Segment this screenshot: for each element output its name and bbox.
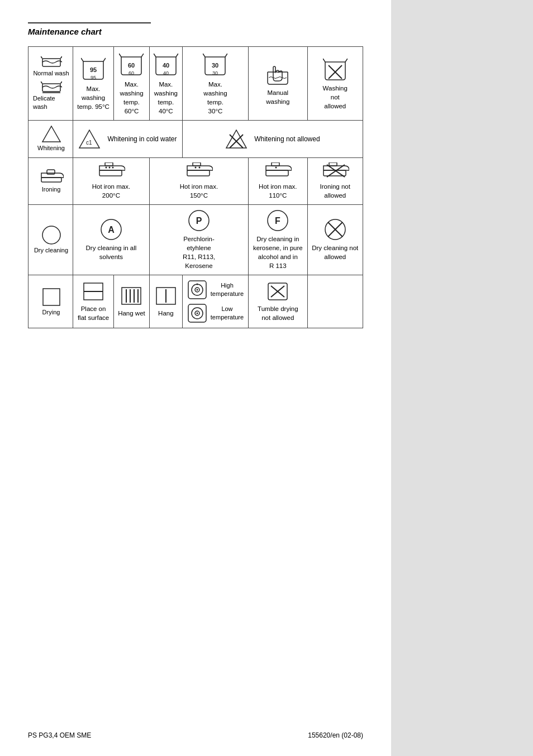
tumble-high-icon [187, 280, 207, 300]
svg-point-43 [105, 166, 107, 168]
washing-label: Normal wash Delicate wash [28, 47, 73, 121]
svg-point-85 [196, 313, 198, 314]
svg-line-19 [176, 54, 178, 57]
svg-text:40: 40 [163, 70, 169, 76]
whitening-c1-icon: c1 [78, 129, 101, 149]
svg-text:60: 60 [128, 62, 135, 69]
iron-not-allowed-cell: Ironing notallowed [307, 157, 363, 204]
svg-point-44 [108, 166, 110, 168]
dc-p-cell: P Perchlorin-etyhleneR11, R113,Kerosene [149, 204, 248, 275]
svg-point-49 [198, 166, 200, 168]
svg-text:60: 60 [129, 70, 134, 76]
wash-30-icon: 30 30 [203, 51, 227, 77]
dry-hang-wet-cell: Hang wet [114, 275, 150, 328]
dry-cleaning-row: Dry cleaning A Dry cleaning in allsolven… [28, 204, 363, 275]
svg-line-4 [41, 82, 42, 84]
page-title: Maintenance chart [28, 27, 363, 36]
manual-wash-icon [265, 61, 290, 85]
svg-line-2 [60, 56, 62, 59]
ironing-row: Ironing Hot iron max.200°C [28, 157, 363, 204]
svg-point-45 [112, 166, 113, 168]
svg-line-14 [141, 54, 144, 57]
dc-a-icon: A [100, 218, 122, 241]
whiten-cold-text: Whitening in cold water [107, 135, 177, 144]
iron-not-allowed-icon [321, 162, 349, 179]
svg-point-57 [42, 226, 60, 244]
svg-text:95: 95 [91, 75, 96, 80]
iron-150-cell: Hot iron max.150°C [149, 157, 248, 204]
drying-label: Drying [28, 275, 73, 328]
delicate-wash-icon [41, 81, 62, 93]
drying-row: Drying Place onflat surface [28, 275, 363, 328]
whiten-not-allowed-text: Whitening not allowed [254, 135, 320, 144]
whiten-cold-cell: c1 Whitening in cold water [73, 121, 183, 157]
wash-not-allowed-icon [323, 56, 348, 81]
svg-rect-50 [266, 170, 288, 176]
footer-left: PS PG3,4 OEM SME [28, 731, 91, 739]
ironing-icon [39, 169, 64, 184]
dc-f-icon: F [266, 209, 289, 232]
svg-line-23 [203, 54, 205, 57]
maintenance-table: Normal wash Delicate wash [28, 46, 363, 328]
svg-point-48 [194, 166, 196, 168]
iron-110-icon [264, 162, 292, 179]
svg-line-8 [81, 58, 83, 61]
low-temp-row: Lowtemperature [187, 303, 244, 323]
whitening-label: Whitening [28, 121, 73, 157]
drying-icon [41, 287, 61, 307]
svg-rect-42 [105, 162, 113, 166]
dry-flat-icon [82, 281, 104, 302]
svg-line-1 [41, 56, 42, 59]
tumble-low-icon [187, 303, 207, 323]
iron-110-cell: Hot iron max.110°C [249, 157, 307, 204]
svg-line-24 [225, 54, 227, 57]
title-line [28, 22, 151, 23]
svg-rect-46 [187, 170, 210, 176]
svg-text:30: 30 [212, 70, 218, 76]
svg-rect-54 [329, 162, 337, 166]
dry-hang-wet-icon [120, 286, 142, 306]
wash-95-cell: 95 95 Max.washingtemp. 95°C [73, 47, 114, 121]
svg-text:c1: c1 [86, 140, 92, 146]
svg-text:P: P [196, 216, 202, 226]
wash-60-icon: 60 60 [119, 51, 144, 77]
svg-line-30 [345, 59, 348, 62]
svg-point-80 [196, 289, 198, 291]
dry-flat-cell: Place onflat surface [73, 275, 114, 328]
svg-point-52 [275, 166, 277, 168]
svg-rect-67 [43, 289, 60, 305]
wash-40-icon: 40 40 [154, 51, 178, 77]
ironing-label: Ironing [28, 157, 73, 204]
svg-line-5 [60, 82, 62, 84]
svg-marker-36 [226, 130, 246, 148]
dc-not-allowed-cell: Dry cleaning notallowed [307, 204, 363, 275]
dry-hang-icon [155, 286, 177, 306]
dry-tumble-not-allowed-icon [266, 281, 289, 302]
dc-a-cell: A Dry cleaning in allsolvents [73, 204, 150, 275]
wash-95-icon: 95 95 [81, 56, 106, 82]
footer: PS PG3,4 OEM SME 155620/en (02-08) [28, 731, 363, 739]
iron-150-icon [185, 162, 213, 179]
whiten-not-allowed-cell: Whitening not allowed [182, 121, 363, 157]
whitening-not-allowed-icon [225, 129, 248, 149]
wash-30-cell: 30 30 Max.washingtemp.30°C [182, 47, 248, 121]
svg-rect-40 [47, 170, 55, 174]
wash-not-allowed-cell: Washingnotallowed [307, 47, 363, 121]
whitening-icon [41, 125, 61, 143]
svg-rect-47 [193, 162, 201, 166]
whitening-row: Whitening c1 Whitening in cold water [28, 121, 363, 157]
svg-rect-51 [272, 162, 279, 166]
svg-rect-39 [41, 178, 61, 182]
dry-tumble-not-allowed-cell: Tumble dryingnot allowed [249, 275, 307, 328]
dry-cleaning-label: Dry cleaning [28, 204, 73, 275]
svg-marker-33 [42, 126, 60, 142]
svg-text:95: 95 [90, 66, 97, 73]
svg-line-13 [119, 54, 121, 57]
dc-p-icon: P [188, 209, 210, 232]
washing-row: Normal wash Delicate wash [28, 47, 363, 121]
svg-text:A: A [108, 225, 115, 235]
wash-60-cell: 60 60 Max.washingtemp.60°C [114, 47, 150, 121]
dc-f-cell: F Dry cleaning inkerosene, in purealcoho… [249, 204, 307, 275]
high-temp-row: Hightemperature [187, 280, 244, 300]
svg-text:F: F [275, 216, 280, 226]
